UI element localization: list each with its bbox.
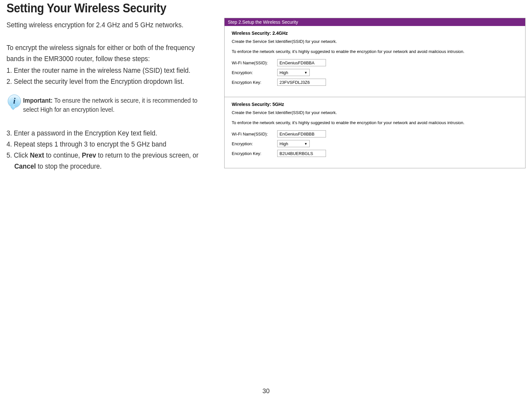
encryption-select-24[interactable]: High ▼ — [277, 69, 310, 76]
encryption-label-5: Encryption: — [232, 141, 277, 146]
section-2-4ghz: Wireless Security: 2.4GHz Create the Ser… — [225, 26, 525, 97]
panel-header: Step 2.Setup the Wireless Security — [225, 18, 525, 26]
instruction-para: To encrypt the wireless signals for eith… — [6, 42, 204, 64]
key-label-5: Encryption Key: — [232, 151, 277, 156]
important-callout: i Important: To ensure the network is se… — [6, 94, 221, 114]
section-5ghz: Wireless Security: 5GHz Create the Servi… — [225, 97, 525, 168]
section-note-5: To enforce the network security, it's hi… — [232, 120, 518, 125]
info-icon: i — [6, 94, 18, 111]
step-5: 5. Click Next to continue, Prev to retur… — [6, 150, 204, 172]
intro-text: Setting wireless encryption for 2.4 GHz … — [6, 19, 204, 31]
wireless-security-panel: Step 2.Setup the Wireless Security Wirel… — [224, 18, 526, 168]
encryption-select-5[interactable]: High ▼ — [277, 140, 310, 147]
step-1: 1. Enter the router name in the wireless… — [6, 65, 204, 76]
section-desc-24: Create the Service Set Identifier(SSID) … — [232, 39, 518, 44]
section-title-5: Wireless Security: 5GHz — [232, 102, 518, 107]
page-number: 30 — [262, 387, 269, 395]
encryption-label-24: Encryption: — [232, 70, 277, 75]
section-title-24: Wireless Security: 2.4GHz — [232, 31, 518, 36]
step-2: 2. Select the security level from the En… — [6, 76, 204, 87]
callout-text: Important: To ensure the network is secu… — [23, 94, 205, 114]
key-input-24[interactable] — [277, 79, 326, 86]
section-desc-5: Create the Service Set Identifier(SSID) … — [232, 110, 518, 115]
key-label-24: Encryption Key: — [232, 80, 277, 85]
step-3: 3. Enter a password in the Encryption Ke… — [6, 128, 204, 139]
key-input-5[interactable] — [277, 150, 326, 157]
chevron-down-icon: ▼ — [304, 142, 307, 146]
chevron-down-icon: ▼ — [304, 71, 307, 74]
section-note-24: To enforce the network security, it's hi… — [232, 49, 518, 54]
ssid-label-5: Wi-Fi Name(SSID): — [232, 132, 277, 136]
ssid-input-24[interactable] — [277, 59, 326, 66]
step-4: 4. Repeat steps 1 through 3 to encrypt t… — [6, 139, 204, 150]
page-title: Setting Your Wireless Security — [6, 1, 204, 15]
ssid-label-24: Wi-Fi Name(SSID): — [232, 60, 277, 65]
ssid-input-5[interactable] — [277, 130, 326, 137]
